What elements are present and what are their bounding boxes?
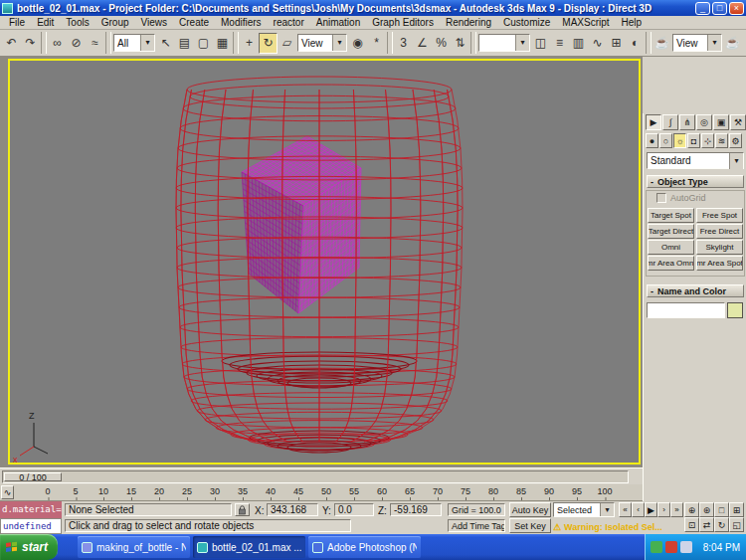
chevron-down-icon[interactable]: ▾: [332, 35, 346, 51]
category-cameras-icon[interactable]: ◘: [687, 133, 700, 148]
maxscript-mini-listener-white[interactable]: undefined: [0, 518, 62, 534]
perspective-viewport[interactable]: Zx: [8, 59, 641, 465]
track-bar[interactable]: ∿ 05101520253035404550556065707580859095…: [0, 484, 643, 501]
taskbar-button-0[interactable]: making_of_bottle - N...: [78, 536, 190, 558]
window-crossing-icon[interactable]: ▦: [213, 33, 232, 54]
go-to-start-button[interactable]: «: [619, 502, 632, 517]
minimize-button[interactable]: _: [695, 2, 710, 15]
chevron-down-icon[interactable]: ▾: [140, 35, 154, 51]
use-center-icon[interactable]: ◉: [348, 33, 367, 54]
y-coordinate-field[interactable]: 0.0: [334, 503, 374, 516]
object-type-rollout-header[interactable]: - Object Type: [647, 175, 744, 188]
menu-animation[interactable]: Animation: [310, 16, 366, 29]
maximize-viewport-toggle-icon[interactable]: ◱: [729, 517, 744, 532]
light-button-free-direct[interactable]: Free Direct: [696, 224, 743, 239]
menu-reactor[interactable]: reactor: [268, 16, 310, 29]
light-button-free-spot[interactable]: Free Spot: [696, 208, 743, 223]
tab-utilities-icon[interactable]: ⚒: [730, 114, 746, 130]
taskbar-button-1[interactable]: bottle_02_01.max ...: [193, 536, 305, 558]
spinner-snap-icon[interactable]: ⇅: [451, 33, 469, 54]
title-bar[interactable]: bottle_02_01.max - Project Folder: C:\Do…: [0, 0, 746, 16]
align-icon[interactable]: ≡: [550, 33, 569, 54]
chevron-down-icon[interactable]: ▾: [707, 35, 721, 51]
category-geometry-icon[interactable]: ●: [646, 133, 658, 148]
tab-motion-icon[interactable]: ◎: [696, 114, 712, 130]
category-space-warps-icon[interactable]: ≋: [715, 133, 728, 148]
play-button[interactable]: ▶: [645, 502, 657, 517]
selection-lock-toggle[interactable]: [235, 503, 250, 516]
mirror-icon[interactable]: ◫: [531, 33, 550, 54]
menu-edit[interactable]: Edit: [31, 16, 60, 29]
schematic-view-icon[interactable]: ⊞: [607, 33, 626, 54]
object-name-input[interactable]: [647, 302, 725, 318]
key-mode-dropdown[interactable]: Selected ▾: [553, 502, 615, 517]
menu-customize[interactable]: Customize: [497, 16, 556, 29]
pan-icon[interactable]: ⇄: [699, 517, 714, 532]
previous-frame-button[interactable]: ‹: [632, 502, 645, 517]
zoom-icon[interactable]: ⊕: [684, 502, 699, 517]
tray-icon-2[interactable]: [665, 541, 677, 553]
select-object-icon[interactable]: ↖: [156, 33, 175, 54]
light-button-target-direct[interactable]: Target Direct: [648, 224, 694, 239]
light-button-mr-area-omni[interactable]: mr Area Omni: [648, 256, 694, 271]
tab-display-icon[interactable]: ▣: [713, 114, 729, 130]
chevron-down-icon[interactable]: ▾: [515, 35, 529, 51]
rectangular-selection-region-icon[interactable]: ▢: [194, 33, 213, 54]
percent-snap-icon[interactable]: %: [432, 33, 451, 54]
light-button-mr-area-spot[interactable]: mr Area Spot: [696, 256, 743, 271]
close-button[interactable]: ×: [729, 2, 744, 15]
bind-to-space-warp-icon[interactable]: ≈: [86, 33, 104, 54]
reference-coordinate-dropdown[interactable]: View▾: [297, 34, 347, 52]
chevron-down-icon[interactable]: ▾: [600, 503, 614, 516]
render-setup-icon[interactable]: ☕: [653, 33, 671, 54]
zoom-all-icon[interactable]: ⊛: [699, 502, 714, 517]
tray-icon-1[interactable]: [651, 541, 662, 553]
zoom-extents-all-icon[interactable]: ⊞: [729, 502, 744, 517]
select-and-rotate-icon[interactable]: ↻: [259, 33, 278, 54]
name-and-color-rollout-header[interactable]: - Name and Color: [647, 284, 744, 297]
layer-manager-icon[interactable]: ▥: [569, 33, 588, 54]
menu-graph-editors[interactable]: Graph Editors: [366, 16, 440, 29]
menu-group[interactable]: Group: [95, 16, 135, 29]
menu-file[interactable]: File: [3, 16, 31, 29]
light-type-dropdown[interactable]: Standard ▾: [647, 152, 744, 169]
add-time-tag[interactable]: Add Time Tag: [448, 519, 505, 532]
selection-filter-dropdown[interactable]: All▾: [113, 34, 155, 52]
maximize-button[interactable]: □: [712, 2, 727, 15]
select-by-name-icon[interactable]: ▤: [175, 33, 194, 54]
select-and-link-icon[interactable]: ∞: [48, 33, 67, 54]
material-editor-icon[interactable]: ◐: [626, 33, 645, 54]
light-button-omni[interactable]: Omni: [648, 240, 694, 255]
quick-render-icon[interactable]: ☕: [723, 33, 742, 54]
zoom-extents-icon[interactable]: □: [714, 502, 729, 517]
select-and-move-icon[interactable]: +: [240, 33, 259, 54]
start-button[interactable]: start: [0, 534, 58, 560]
set-key-button[interactable]: Set Key: [509, 518, 551, 533]
zoom-region-icon[interactable]: ⊡: [684, 517, 699, 532]
angle-snap-icon[interactable]: ∠: [413, 33, 432, 54]
light-button-skylight[interactable]: Skylight: [696, 240, 743, 255]
tab-modify-icon[interactable]: ∫: [662, 114, 678, 130]
select-and-manipulate-icon[interactable]: *: [367, 33, 386, 54]
auto-key-button[interactable]: Auto Key: [509, 502, 551, 517]
menu-maxscript[interactable]: MAXScript: [556, 16, 615, 29]
tab-hierarchy-icon[interactable]: ⋔: [679, 114, 695, 130]
tab-create-icon[interactable]: ▶: [646, 114, 661, 130]
time-slider-track[interactable]: 0 / 100: [2, 470, 629, 483]
select-and-scale-icon[interactable]: ▱: [278, 33, 296, 54]
unlink-selection-icon[interactable]: ⊘: [67, 33, 86, 54]
chevron-down-icon[interactable]: ▾: [729, 153, 743, 169]
curve-editor-icon[interactable]: ∿: [588, 33, 607, 54]
menu-create[interactable]: Create: [173, 16, 215, 29]
render-type-dropdown[interactable]: View▾: [672, 34, 722, 52]
menu-views[interactable]: Views: [135, 16, 174, 29]
z-coordinate-field[interactable]: -59.169: [390, 503, 442, 516]
time-slider-button[interactable]: 0 / 100: [4, 472, 62, 481]
menu-help[interactable]: Help: [616, 16, 649, 29]
x-coordinate-field[interactable]: 343.168: [267, 503, 318, 516]
arc-rotate-icon[interactable]: ↻: [714, 517, 729, 532]
object-color-swatch[interactable]: [727, 302, 743, 318]
category-lights-icon[interactable]: ☼: [673, 133, 686, 148]
category-systems-icon[interactable]: ⚙: [729, 133, 742, 148]
undo-icon[interactable]: ↶: [2, 33, 21, 54]
